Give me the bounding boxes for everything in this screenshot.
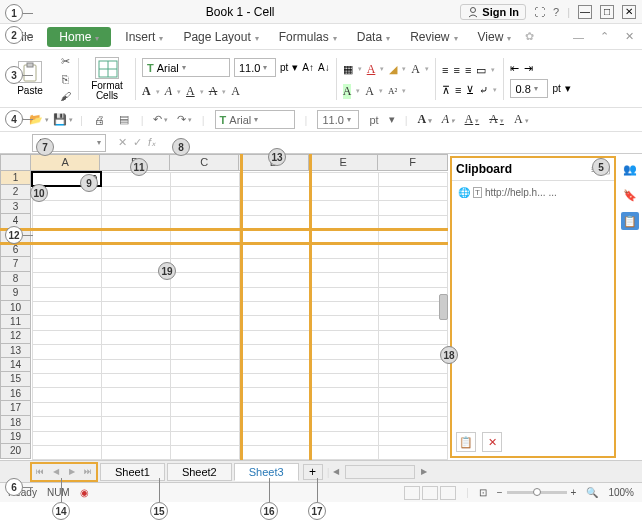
cell[interactable] xyxy=(32,359,101,373)
cell[interactable] xyxy=(240,172,309,186)
cell[interactable] xyxy=(378,215,447,229)
cell[interactable] xyxy=(309,186,378,200)
row-header-17[interactable]: 17 xyxy=(0,401,31,415)
cell[interactable] xyxy=(378,287,447,301)
cell[interactable] xyxy=(101,215,170,229)
cell[interactable] xyxy=(240,330,309,344)
cell[interactable] xyxy=(171,388,240,402)
cell[interactable] xyxy=(240,316,309,330)
cell[interactable] xyxy=(378,417,447,431)
row-header-12[interactable]: 12 xyxy=(0,329,31,343)
cell[interactable] xyxy=(240,445,309,459)
clear-all-button[interactable]: ✕ xyxy=(482,432,502,452)
font-size-select[interactable]: 11.0▾ xyxy=(234,58,276,77)
row-header-16[interactable]: 16 xyxy=(0,387,31,401)
cell[interactable] xyxy=(309,359,378,373)
menu-view[interactable]: View xyxy=(472,27,518,47)
cell[interactable] xyxy=(101,402,170,416)
save-icon[interactable]: 💾 xyxy=(56,113,70,127)
expand-icon[interactable]: ⛶ xyxy=(534,6,545,18)
row-header-13[interactable]: 13 xyxy=(0,344,31,358)
row-header-1[interactable]: 1 xyxy=(0,171,31,185)
qt-italic[interactable]: A xyxy=(442,112,455,127)
cell[interactable] xyxy=(32,330,101,344)
cell[interactable] xyxy=(309,273,378,287)
cell[interactable] xyxy=(101,330,170,344)
cell[interactable] xyxy=(309,244,378,258)
cell[interactable] xyxy=(171,230,240,244)
cell[interactable] xyxy=(240,388,309,402)
cell[interactable] xyxy=(171,330,240,344)
cell[interactable] xyxy=(171,215,240,229)
cell[interactable] xyxy=(171,417,240,431)
cell[interactable] xyxy=(378,373,447,387)
vertical-scroll-handle[interactable] xyxy=(439,294,448,320)
cell[interactable] xyxy=(240,287,309,301)
cell[interactable] xyxy=(309,258,378,272)
cell[interactable] xyxy=(309,201,378,215)
cell[interactable] xyxy=(309,287,378,301)
indent-right-icon[interactable]: ⇥ xyxy=(524,62,533,75)
cell[interactable] xyxy=(309,215,378,229)
row-header-2[interactable]: 2 xyxy=(0,185,31,199)
cell[interactable] xyxy=(32,287,101,301)
underline-icon[interactable]: A xyxy=(186,84,195,99)
fill-color-icon[interactable]: ◢ xyxy=(389,63,397,76)
redo-icon[interactable]: ↷ xyxy=(178,113,192,127)
cell[interactable] xyxy=(171,244,240,258)
sign-in-button[interactable]: Sign In xyxy=(460,4,526,20)
close-button[interactable]: ✕ xyxy=(622,5,636,19)
sidebar-toggle-icon[interactable]: 👥 xyxy=(621,160,639,178)
text-effect-icon[interactable]: A xyxy=(365,84,374,99)
cell[interactable] xyxy=(378,258,447,272)
strike-icon[interactable]: A xyxy=(209,84,218,99)
cell[interactable] xyxy=(309,431,378,445)
sidebar-clipboard-icon[interactable]: 📋 xyxy=(621,212,639,230)
cell[interactable] xyxy=(101,431,170,445)
cell[interactable] xyxy=(240,244,309,258)
format-cells-button[interactable]: Format Cells xyxy=(85,55,129,103)
cell[interactable] xyxy=(171,258,240,272)
cell[interactable] xyxy=(240,431,309,445)
cell[interactable] xyxy=(171,345,240,359)
col-header-a[interactable]: A xyxy=(31,154,101,171)
paste-all-button[interactable]: 📋 xyxy=(456,432,476,452)
cell[interactable] xyxy=(171,302,240,316)
valign-top-icon[interactable]: ⊼ xyxy=(442,84,450,97)
highlight-icon[interactable]: A xyxy=(343,84,352,99)
cell[interactable] xyxy=(171,201,240,215)
cell[interactable] xyxy=(32,431,101,445)
row-header-10[interactable]: 10 xyxy=(0,301,31,315)
zoom-in-icon[interactable]: + xyxy=(571,487,577,498)
qt-strike[interactable]: A xyxy=(489,112,504,127)
accept-icon[interactable]: ✓ xyxy=(133,136,142,149)
cell[interactable] xyxy=(101,230,170,244)
cell[interactable] xyxy=(32,402,101,416)
qt-bold[interactable]: A xyxy=(417,112,431,127)
cell[interactable] xyxy=(32,373,101,387)
cell[interactable] xyxy=(309,445,378,459)
cell[interactable] xyxy=(101,417,170,431)
menu-formulas[interactable]: Formulas xyxy=(273,27,343,47)
zoom-reset-icon[interactable]: 🔍 xyxy=(586,487,598,498)
cell[interactable] xyxy=(171,359,240,373)
align-left-icon[interactable]: ≡ xyxy=(442,64,448,76)
view-page-icon[interactable] xyxy=(422,486,438,500)
cell[interactable] xyxy=(309,388,378,402)
cut-icon[interactable]: ✂ xyxy=(58,55,72,69)
minimize-button[interactable]: — xyxy=(578,5,592,19)
increase-font-icon[interactable]: A↑ xyxy=(302,62,314,73)
sheet-tab-2[interactable]: Sheet2 xyxy=(167,463,232,481)
cell[interactable] xyxy=(240,258,309,272)
indent-left-icon[interactable]: ⇤ xyxy=(510,62,519,75)
qt-color[interactable]: A xyxy=(514,112,529,127)
cell[interactable] xyxy=(378,201,447,215)
open-icon[interactable]: 📂 xyxy=(32,113,46,127)
cell[interactable] xyxy=(309,345,378,359)
cell[interactable] xyxy=(378,431,447,445)
print-icon[interactable]: 🖨 xyxy=(93,113,107,127)
sheet-tab-3[interactable]: Sheet3 xyxy=(234,463,299,481)
font-variant-icon[interactable]: A xyxy=(231,84,240,99)
line-height-select[interactable]: 0.8▾ xyxy=(510,79,548,98)
cell[interactable] xyxy=(378,330,447,344)
